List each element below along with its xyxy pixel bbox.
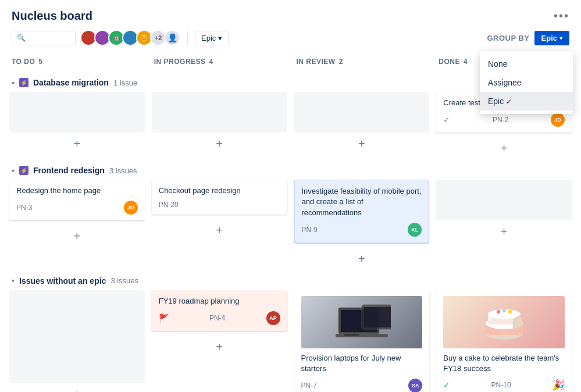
card-pn2-avatar: JD [551,113,565,127]
card-pn3-title: Redesign the home page [16,186,138,196]
swim-lane-chevron-frontend: ▾ [12,168,15,174]
avatar-group: 🤖 😊 +2 👤 [80,30,180,46]
col-inreview-count: 2 [339,58,343,66]
col-done-count: 4 [464,58,468,66]
col-todo-label: TO DO [12,58,35,66]
swim-lane-title-noepic: Issues without an epic [19,276,106,286]
col-done-noepic: Buy a cake to celebrate the team's FY18 … [433,290,575,392]
swim-lane-header-frontend[interactable]: ▾ ⚡ Frontend redesign 3 issues [0,160,581,180]
swim-lane-title-frontend: Frontend redesign [33,166,105,175]
dropdown-item-none[interactable]: None [480,55,573,73]
card-pn4-footer: 🚩 PN-4 AP [159,311,280,325]
col-done-label: DONE [439,58,460,66]
dropdown-item-assignee[interactable]: Assignee [480,73,573,92]
col-header-inprogress: IN PROGRESS 4 [148,51,291,72]
search-icon: 🔍 [17,34,26,42]
add-inprogress-noepic-button[interactable]: + [152,336,287,358]
epic-filter-button[interactable]: Epic ▾ [195,31,229,45]
svg-point-13 [508,310,512,313]
card-pn10-id: PN-10 [491,381,511,389]
add-inreview-database-button[interactable]: + [294,133,430,155]
card-pn7-footer: PN-7 SA [301,379,423,392]
col-inprogress-label: IN PROGRESS [154,58,206,66]
col-inprogress-count: 4 [209,58,213,66]
card-pn4-id: PN-4 [209,314,225,322]
checkmark-icon: ✓ [506,98,512,106]
empty-inreview-database [294,92,430,133]
add-done-database-button[interactable]: + [436,137,572,160]
add-inprogress-frontend-button[interactable]: + [152,219,287,242]
add-todo-database-button[interactable]: + [9,133,145,155]
swim-lane-title-database: Database migration [33,78,109,87]
svg-rect-3 [344,334,359,336]
card-pn7-image [301,296,423,348]
card-pn20-id: PN-20 [159,201,179,209]
swim-lane-icon-database: ⚡ [19,78,28,87]
swim-lane-header-noepic[interactable]: ▾ Issues without an epic 3 issues [0,270,581,290]
svg-rect-5 [364,307,391,327]
group-by-dropdown: None Assignee Epic ✓ [480,51,573,114]
group-by-label: GROUP BY [487,34,529,42]
group-by-epic-button[interactable]: Epic ▾ [534,31,569,45]
add-inprogress-database-button[interactable]: + [152,133,287,155]
col-inreview-label: IN REVIEW [297,58,336,66]
search-box: 🔍 [12,31,76,45]
card-pn20-title: Checkout page redesign [159,186,280,196]
swim-lane-count-database: 1 issue [113,79,137,87]
col-inreview-noepic: Provision laptops for July new starters … [291,290,433,392]
card-pn4-title: FY19 roadmap planning [159,296,280,307]
card-pn9-id: PN-9 [302,226,318,234]
empty-todo-database [9,92,145,133]
add-done-frontend-button[interactable]: + [436,220,572,243]
card-pn20[interactable]: Checkout page redesign PN-20 [152,180,287,215]
empty-todo-noepic [9,290,145,383]
svg-point-12 [502,309,506,312]
card-pn10-footer: ✓ PN-10 🎉 [443,379,565,391]
add-todo-noepic-button[interactable]: + [9,383,145,392]
empty-inprogress-database [152,92,287,133]
card-pn9-footer: PN-9 KL [302,223,422,237]
card-pn10-title: Buy a cake to celebrate the team's FY18 … [443,353,565,374]
swim-lane-frontend-redesign: ▾ ⚡ Frontend redesign 3 issues Redesign … [0,160,581,270]
search-input[interactable] [29,34,70,42]
card-pn3[interactable]: Redesign the home page PN-3 JD [9,180,145,220]
card-pn10-emoji: 🎉 [552,379,565,391]
swim-lane-chevron: ▾ [12,80,15,86]
add-todo-frontend-button[interactable]: + [9,225,145,248]
swim-lane-count-noepic: 3 issues [111,276,138,285]
swim-lane-icon-frontend: ⚡ [19,166,28,175]
svg-rect-2 [336,334,388,337]
add-avatar-button[interactable]: 👤 [164,30,180,46]
col-inreview-database: + [291,92,433,160]
cards-row-frontend: Redesign the home page PN-3 JD + Checkou… [0,180,581,270]
group-by-value: Epic [541,34,557,42]
card-pn7-title: Provision laptops for July new starters [301,353,423,374]
dropdown-item-epic[interactable]: Epic ✓ [480,92,573,111]
col-done-frontend: + [433,180,575,270]
card-pn2-check-icon: ✓ [443,115,450,124]
add-inreview-frontend-button[interactable]: + [294,248,430,270]
swim-lane-chevron-noepic: ▾ [12,277,15,284]
card-pn3-id: PN-3 [16,204,32,212]
col-todo-database: + [6,92,148,160]
col-inprogress-database: + [148,92,291,160]
page-title: Nucleus board [12,9,92,23]
col-todo-count: 5 [38,58,42,66]
card-pn7[interactable]: Provision laptops for July new starters … [294,290,430,392]
card-pn4[interactable]: FY19 roadmap planning 🚩 PN-4 AP [152,290,287,331]
more-options-button[interactable]: ••• [554,9,569,23]
card-pn10-check-icon: ✓ [443,380,450,390]
col-header-inreview: IN REVIEW 2 [291,51,433,72]
card-pn3-avatar: JD [124,201,138,215]
swim-lane-count-frontend: 3 issues [109,166,137,175]
card-pn3-footer: PN-3 JD [16,201,138,215]
card-pn9[interactable]: Investigate feasibility of mobile port, … [294,180,430,243]
col-inreview-frontend: Investigate feasibility of mobile port, … [291,180,433,270]
card-pn10[interactable]: Buy a cake to celebrate the team's FY18 … [436,290,572,392]
card-pn7-avatar: SA [408,379,422,392]
group-by-section: GROUP BY Epic ▾ [487,31,569,45]
card-pn2-footer: ✓ PN-2 JD [443,113,565,127]
card-pn9-title: Investigate feasibility of mobile port, … [302,186,422,218]
epic-filter-chevron: ▾ [218,34,222,42]
col-todo-noepic: + [6,290,148,392]
